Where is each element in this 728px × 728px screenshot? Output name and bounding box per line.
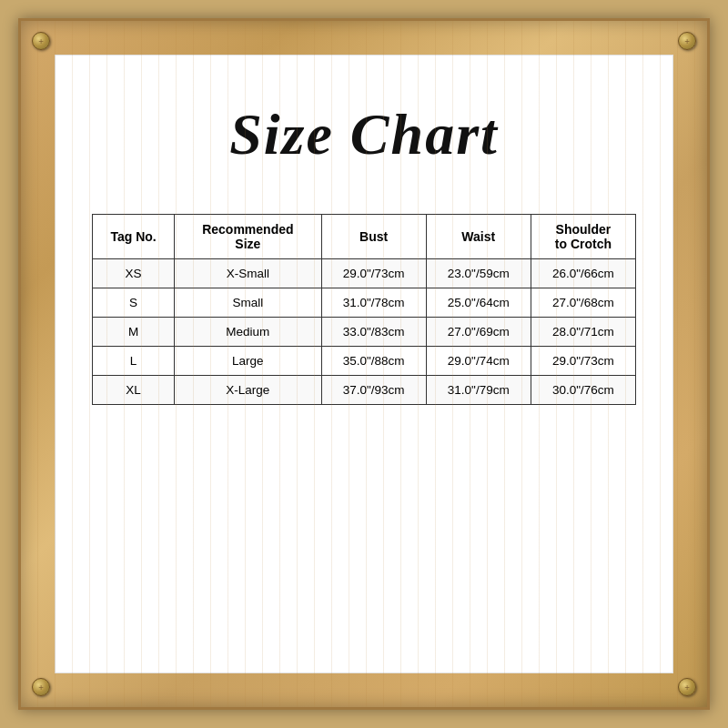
col-header-tag: Tag No. (93, 215, 175, 259)
size-chart-table: Tag No. Recommended Size Bust Waist Shou… (92, 214, 636, 405)
cell-shoulder_crotch: 29.0"/73cm (531, 347, 635, 376)
cell-waist: 31.0"/79cm (426, 376, 531, 405)
table-row: MMedium33.0"/83cm27.0"/69cm28.0"/71cm (93, 318, 636, 347)
table-row: SSmall31.0"/78cm25.0"/64cm27.0"/68cm (93, 288, 636, 318)
cell-recommended: X-Large (175, 376, 321, 405)
corner-screw-tr (678, 32, 696, 50)
corner-screw-tl (32, 32, 50, 50)
table-row: XSX-Small29.0"/73cm23.0"/59cm26.0"/66cm (93, 259, 636, 288)
cell-waist: 27.0"/69cm (426, 318, 531, 347)
cell-recommended: Small (175, 288, 321, 318)
cell-shoulder_crotch: 28.0"/71cm (531, 318, 635, 347)
table-header-row: Tag No. Recommended Size Bust Waist Shou… (93, 215, 636, 259)
col-header-waist: Waist (426, 215, 531, 259)
outer-frame: Size Chart Tag No. Recommended Size Bust (18, 18, 710, 710)
cell-bust: 31.0"/78cm (321, 288, 426, 318)
cell-bust: 37.0"/93cm (321, 376, 426, 405)
cell-tag: XL (93, 376, 175, 405)
cell-waist: 23.0"/59cm (426, 259, 531, 288)
cell-recommended: Medium (175, 318, 321, 347)
cell-shoulder_crotch: 27.0"/68cm (531, 288, 635, 318)
cell-tag: L (93, 347, 175, 376)
cell-shoulder_crotch: 30.0"/76cm (531, 376, 635, 405)
cell-recommended: X-Small (175, 259, 321, 288)
cell-bust: 29.0"/73cm (321, 259, 426, 288)
table-row: XLX-Large37.0"/93cm31.0"/79cm30.0"/76cm (93, 376, 636, 405)
cell-tag: M (93, 318, 175, 347)
cell-tag: S (93, 288, 175, 318)
col-header-shoulder-crotch: Shoulder to Crotch (531, 215, 635, 259)
content-area: Size Chart Tag No. Recommended Size Bust (55, 55, 673, 673)
col-header-recommended: Recommended Size (175, 215, 321, 259)
col-header-bust: Bust (321, 215, 426, 259)
page-title: Size Chart (229, 101, 499, 168)
corner-screw-bl (32, 678, 50, 696)
cell-waist: 25.0"/64cm (426, 288, 531, 318)
corner-screw-br (678, 678, 696, 696)
cell-bust: 35.0"/88cm (321, 347, 426, 376)
cell-bust: 33.0"/83cm (321, 318, 426, 347)
cell-shoulder_crotch: 26.0"/66cm (531, 259, 635, 288)
cell-waist: 29.0"/74cm (426, 347, 531, 376)
table-row: LLarge35.0"/88cm29.0"/74cm29.0"/73cm (93, 347, 636, 376)
cell-recommended: Large (175, 347, 321, 376)
cell-tag: XS (93, 259, 175, 288)
